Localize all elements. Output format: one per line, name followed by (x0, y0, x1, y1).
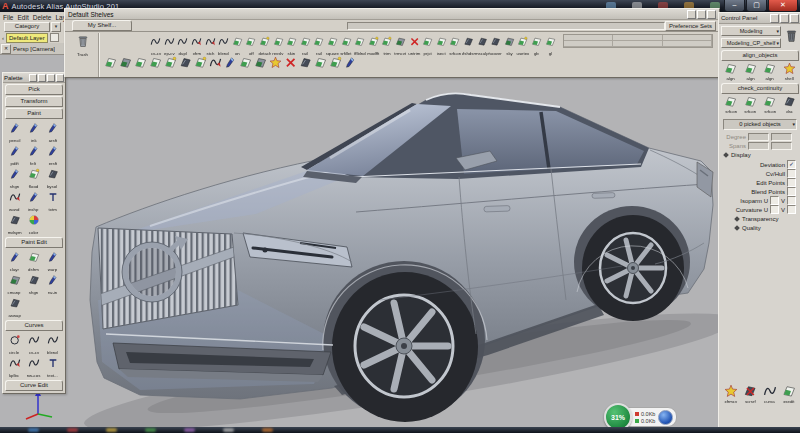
taskbar-app-icon[interactable] (67, 428, 78, 432)
tool-modfft[interactable]: modfft (367, 33, 381, 56)
tool-redx[interactable] (283, 55, 298, 73)
tool-aswap[interactable]: aswap (5, 295, 24, 318)
tool-usetex[interactable]: usetex (516, 33, 530, 56)
preference-sets-button[interactable]: Preference Sets (665, 21, 716, 31)
palette-tab-transform[interactable]: Transform (5, 96, 63, 107)
tool-bysol[interactable]: bysol (43, 166, 62, 189)
tool-text[interactable]: text... (43, 355, 62, 378)
tool-ep-cv[interactable]: ep-cv (163, 33, 177, 56)
tool-algn[interactable]: algn (741, 62, 759, 81)
tool-curva[interactable]: curva (760, 384, 779, 404)
tab-my-shelf[interactable]: My Shelf... (72, 20, 132, 31)
tool-algn[interactable]: algn (722, 62, 740, 81)
tool-cv-cv[interactable]: cv-cv (24, 332, 43, 355)
tool-surfd[interactable] (118, 55, 133, 73)
checkbox-cv-hull[interactable] (787, 169, 796, 178)
tool-nw-cos[interactable]: nw-cos (24, 355, 43, 378)
tool-dsfrm[interactable]: dsfrm (24, 249, 43, 272)
tool-pdift[interactable]: pdift (5, 143, 24, 166)
tool-gl[interactable]: gl (543, 33, 557, 56)
tool-rail[interactable]: rail (299, 33, 313, 56)
cp-trash[interactable] (783, 26, 799, 44)
tool-surf[interactable] (148, 55, 163, 73)
tool-ink[interactable]: ink (24, 120, 43, 143)
shelf-options-icon[interactable] (707, 10, 716, 19)
tool-flood[interactable]: flood (24, 166, 43, 189)
tool-mdsym[interactable]: mdsym (5, 212, 24, 235)
section-quality[interactable]: Quality (719, 223, 800, 232)
taskbar-app-icon[interactable] (184, 428, 195, 432)
spans-input[interactable] (771, 142, 792, 150)
tool-prjct[interactable]: prjct (421, 33, 435, 56)
checkbox-deviation[interactable]: ✓ (787, 160, 796, 169)
tool-paint[interactable] (343, 55, 358, 73)
shelf-titlebar[interactable]: Default Shelves (65, 9, 719, 20)
checkbox-isoparm-u-v[interactable] (787, 196, 796, 205)
palette-window-button-icon[interactable] (56, 74, 64, 82)
tool-xfrmcv[interactable]: xfrmcv (721, 384, 740, 404)
tool-surf[interactable] (238, 55, 253, 73)
tool-dupl[interactable]: dupl (176, 33, 190, 56)
tool-surfd[interactable] (253, 55, 268, 73)
tool-shell[interactable]: shell (780, 62, 798, 81)
cp-tab-align-objects[interactable]: align_objects (721, 50, 799, 61)
tool-square[interactable]: square (326, 33, 340, 56)
taskbar-app-icon[interactable] (223, 428, 234, 432)
palette-window-button-icon[interactable] (47, 74, 55, 82)
tool-star[interactable] (268, 55, 283, 73)
tool-surf[interactable] (313, 55, 328, 73)
tool-blend[interactable]: blend (43, 332, 62, 355)
section-transparency[interactable]: Transparency (719, 214, 800, 223)
category-dropdown[interactable]: Category (4, 22, 50, 32)
tool-detach[interactable]: detach (258, 33, 272, 56)
tool-circle[interactable]: circle (5, 332, 24, 355)
tool-stch[interactable]: stch (203, 33, 217, 56)
tool-rw-in[interactable]: rw-in (43, 272, 62, 295)
tool-cmanp[interactable]: cmanp (5, 272, 24, 295)
palette-window-button-icon[interactable] (29, 74, 37, 82)
taskbar-app-icon[interactable] (28, 428, 39, 432)
taskbar-app-icon[interactable] (145, 428, 156, 432)
menu-delete[interactable]: Delete (33, 14, 52, 21)
cp-dock-icon[interactable] (770, 14, 779, 23)
tool-fflblnd[interactable]: fflblnd (353, 33, 367, 56)
tool-off[interactable]: off (244, 33, 258, 56)
tool-felt[interactable]: felt (24, 143, 43, 166)
cp-tab-check-continuity[interactable]: check_continuity (721, 83, 799, 94)
layer-new-box[interactable] (50, 33, 59, 42)
empty-slot[interactable] (564, 41, 613, 47)
taskbar-app-icon[interactable] (106, 428, 117, 432)
tool-txtm[interactable]: txtm (43, 189, 62, 212)
tool-surf[interactable] (133, 55, 148, 73)
cp-collapse-icon[interactable] (780, 14, 789, 23)
windows-taskbar[interactable] (0, 427, 800, 433)
cp-options-icon[interactable] (790, 14, 799, 23)
tool-sky[interactable]: sky (502, 33, 516, 56)
tool-trmcvt[interactable]: trmcvt (394, 33, 408, 56)
minimize-button[interactable]: – (724, 0, 745, 12)
tool-srfillet[interactable]: srfillet (339, 33, 353, 56)
taskbar-app-icon[interactable] (262, 428, 273, 432)
preset-dropdown[interactable]: Modeling ▾ (721, 26, 781, 36)
tool-shgn[interactable]: shgn (5, 166, 24, 189)
tool-gb[interactable]: gb (530, 33, 544, 56)
checkbox-isoparm-u[interactable] (770, 196, 779, 205)
tool-clayr[interactable]: clayr (5, 249, 24, 272)
tool-inshp[interactable]: inshp (24, 189, 43, 212)
palette-tab-curve-edit[interactable]: Curve Edit (5, 380, 63, 391)
tool-scrsrf[interactable]: scrsrf (741, 384, 760, 404)
tool-hoover[interactable]: hoover (489, 33, 503, 56)
menu-file[interactable]: File (3, 14, 13, 21)
sphere-icon[interactable] (658, 410, 673, 425)
palette-tab-curves[interactable]: Curves (5, 320, 63, 331)
tool-xfrm[interactable]: xfrm (190, 33, 204, 56)
tool-dark[interactable] (178, 55, 193, 73)
tool-trim[interactable]: trim (380, 33, 394, 56)
palette-tab-pick[interactable]: Pick (5, 84, 63, 95)
picked-objects-dropdown[interactable]: 0 picked objects ▾ (723, 119, 797, 130)
checkbox-blend-points[interactable] (787, 187, 796, 196)
display-section-header[interactable]: Display (719, 150, 800, 160)
shelf-dock-icon[interactable] (687, 10, 696, 19)
category-arrow-icon[interactable]: ▾ (51, 22, 61, 32)
tool-rail[interactable]: rail (312, 33, 326, 56)
